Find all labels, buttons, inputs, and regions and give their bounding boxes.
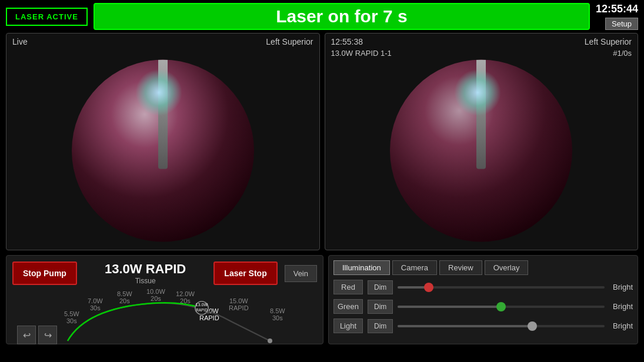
left-controls-panel: Stop Pump 13.0W RAPID Tissue Laser Stop …	[6, 255, 323, 344]
video-panel-left: Live Left Superior	[6, 33, 320, 250]
light-slider-fill	[398, 325, 532, 327]
treatment-info: 13.0W RAPID Tissue	[84, 262, 206, 285]
left-position-label: Left Superior	[266, 37, 313, 46]
video-right-labels-sub: 13.0W RAPID 1-1 #1/0s	[331, 49, 632, 58]
red-slider-dot[interactable]	[424, 283, 433, 292]
shot-info-label: #1/0s	[613, 49, 632, 58]
video-left-labels: Live Left Superior	[12, 37, 313, 46]
video-row: Live Left Superior 12:55:38 Left Superio…	[0, 33, 644, 250]
red-channel-label: Red	[333, 280, 363, 294]
video-panel-right: 12:55:38 Left Superior 13.0W RAPID 1-1 #…	[325, 33, 639, 250]
tab-overlay[interactable]: Overlay	[485, 260, 529, 275]
redo-button[interactable]: ↪	[38, 326, 57, 344]
tabs-row: Illumination Camera Review Overlay	[333, 260, 633, 275]
undo-redo-controls: ↩ ↪	[17, 326, 57, 344]
svg-text:RAPID: RAPID	[196, 308, 208, 312]
light-glare-left	[135, 69, 182, 116]
green-slider-dot[interactable]	[496, 302, 506, 311]
green-slider-fill	[398, 306, 501, 308]
undo-button[interactable]: ↩	[17, 326, 36, 344]
slider-row-light: Light Dim Bright	[333, 319, 633, 333]
light-channel-label: Light	[333, 319, 363, 333]
svg-point-3	[268, 338, 272, 343]
laser-active-button[interactable]: LASER ACTIVE	[6, 8, 88, 26]
slider-row-green: Green Dim Bright	[333, 299, 633, 314]
power-mode-label: 13.0W RAPID 1-1	[331, 49, 392, 58]
dial-arc-svg: 13.0W RAPID	[59, 299, 283, 346]
stop-pump-button[interactable]: Stop Pump	[12, 262, 77, 285]
light-slider-track[interactable]	[398, 325, 605, 327]
clock-display: 12:55:44	[596, 3, 638, 15]
right-controls-panel: Illumination Camera Review Overlay Red D…	[328, 255, 638, 344]
dial-area: 5.5W30s 7.0W30s 8.5W20s 10.0W20s 12.0W20…	[12, 287, 317, 346]
laser-status-bar: Laser on for 7 s	[94, 3, 590, 30]
green-dim-button[interactable]: Dim	[368, 300, 393, 314]
green-bright-label: Bright	[609, 302, 633, 311]
light-slider-dot[interactable]	[528, 321, 537, 331]
tab-camera[interactable]: Camera	[392, 260, 437, 275]
video-left-circle	[72, 60, 254, 242]
light-dim-button[interactable]: Dim	[368, 319, 393, 333]
bottom-row: Stop Pump 13.0W RAPID Tissue Laser Stop …	[0, 250, 644, 344]
tab-illumination[interactable]: Illumination	[333, 260, 390, 275]
right-position-label: Left Superior	[585, 37, 632, 46]
green-slider-track[interactable]	[398, 306, 605, 308]
svg-text:13.0W: 13.0W	[196, 302, 208, 307]
light-glare-right	[454, 69, 501, 116]
timestamp-label: 12:55:38	[331, 37, 363, 46]
laser-stop-button[interactable]: Laser Stop	[213, 262, 277, 285]
video-right-labels-top: 12:55:38 Left Superior	[331, 37, 632, 46]
video-right-circle	[390, 60, 572, 242]
red-dim-button[interactable]: Dim	[368, 280, 393, 294]
red-slider-track[interactable]	[398, 286, 605, 289]
header: LASER ACTIVE Laser on for 7 s 12:55:44 S…	[0, 0, 644, 33]
red-bright-label: Bright	[609, 283, 633, 291]
treatment-sub: Tissue	[84, 277, 206, 285]
setup-button[interactable]: Setup	[605, 18, 638, 30]
light-bright-label: Bright	[609, 321, 633, 330]
tab-review[interactable]: Review	[439, 260, 482, 275]
green-channel-label: Green	[333, 299, 363, 314]
vein-button[interactable]: Vein	[285, 265, 317, 282]
clock-setup-area: 12:55:44 Setup	[596, 3, 638, 30]
slider-row-red: Red Dim Bright	[333, 280, 633, 294]
live-label: Live	[12, 37, 28, 46]
control-top-row: Stop Pump 13.0W RAPID Tissue Laser Stop …	[12, 262, 317, 285]
treatment-name: 13.0W RAPID	[84, 262, 206, 277]
